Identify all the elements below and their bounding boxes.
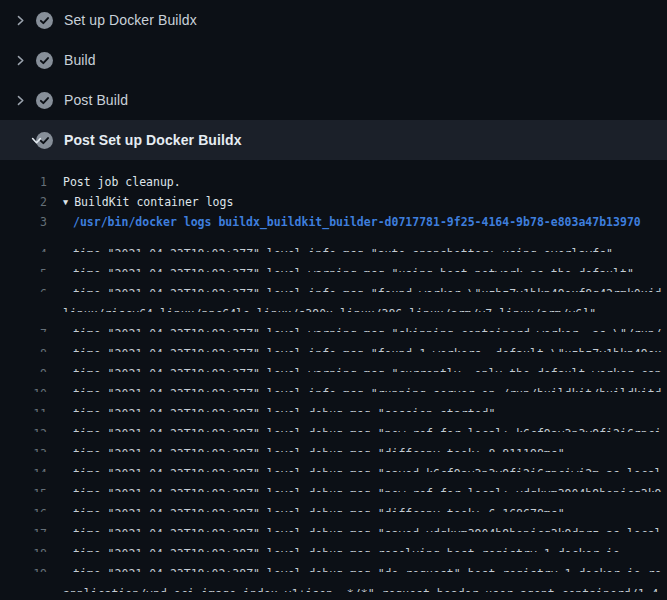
- log-line: 16time="2021-04-23T18:02:38Z" level=debu…: [0, 492, 667, 512]
- line-number[interactable]: 11: [0, 404, 47, 412]
- line-number[interactable]: 8: [0, 344, 47, 352]
- log-text: time="2021-04-23T18:02:38Z" level=debug …: [47, 424, 662, 432]
- line-number[interactable]: 14: [0, 464, 47, 472]
- step-label: Post Build: [64, 92, 128, 108]
- log-text: time="2021-04-23T18:02:37Z" level=warnin…: [47, 264, 634, 272]
- log-text: time="2021-04-23T18:02:37Z" level=info m…: [47, 284, 662, 292]
- log-text: linux/riscv64 linux/ppc64le linux/s390x …: [47, 304, 596, 312]
- step-label: Post Set up Docker Buildx: [64, 132, 242, 148]
- log-line: 7time="2021-04-23T18:02:37Z" level=warni…: [0, 312, 667, 332]
- step-row-build[interactable]: Build: [0, 40, 667, 80]
- log-text: time="2021-04-23T18:02:38Z" level=debug …: [47, 464, 662, 472]
- group-title-text: BuildKit container logs: [74, 195, 233, 209]
- log-line-continuation: application/vnd.oci.image.index.v1+json,…: [0, 572, 667, 592]
- log-line: 4time="2021-04-23T18:02:37Z" level=info …: [0, 232, 667, 252]
- step-row-set-up-docker-buildx[interactable]: Set up Docker Buildx: [0, 0, 667, 40]
- log-line: 18time="2021-04-23T18:02:38Z" level=debu…: [0, 532, 667, 552]
- log-line: 10time="2021-04-23T18:02:37Z" level=info…: [0, 372, 667, 392]
- line-number[interactable]: 3: [0, 212, 47, 232]
- log-line: 11time="2021-04-23T18:02:38Z" level=debu…: [0, 392, 667, 412]
- chevron-right-icon[interactable]: [12, 92, 28, 108]
- log-text: time="2021-04-23T18:02:38Z" level=debug …: [47, 484, 662, 492]
- log-line: 13time="2021-04-23T18:02:38Z" level=debu…: [0, 432, 667, 452]
- log-text: time="2021-04-23T18:02:37Z" level=info m…: [47, 384, 662, 392]
- line-number[interactable]: 10: [0, 384, 47, 392]
- log-line: 20time="2021-04-23T18:02:38Z" level=debu…: [0, 592, 667, 600]
- line-number[interactable]: 6: [0, 284, 47, 292]
- log-line-continuation: linux/riscv64 linux/ppc64le linux/s390x …: [0, 292, 667, 312]
- step-row-post-build[interactable]: Post Build: [0, 80, 667, 120]
- log-text: time="2021-04-23T18:02:38Z" level=debug …: [47, 564, 662, 572]
- log-line: 15time="2021-04-23T18:02:38Z" level=debu…: [0, 472, 667, 492]
- actions-log-viewer: Set up Docker Buildx Build Post Build Po…: [0, 0, 667, 600]
- log-line: 12time="2021-04-23T18:02:38Z" level=debu…: [0, 412, 667, 432]
- line-number[interactable]: 18: [0, 544, 47, 552]
- line-number[interactable]: 7: [0, 324, 47, 332]
- line-number: [0, 584, 47, 592]
- log-text: time="2021-04-23T18:02:38Z" level=debug …: [47, 544, 620, 552]
- log-line: 19time="2021-04-23T18:02:38Z" level=debu…: [0, 552, 667, 572]
- log-group-title[interactable]: ▼BuildKit container logs: [47, 192, 233, 212]
- log-line: 9time="2021-04-23T18:02:37Z" level=warni…: [0, 352, 667, 372]
- log-command-text: /usr/bin/docker logs buildx_buildkit_bui…: [47, 212, 641, 232]
- chevron-down-icon[interactable]: [12, 132, 28, 148]
- step-label: Set up Docker Buildx: [64, 12, 197, 28]
- line-number[interactable]: 12: [0, 424, 47, 432]
- group-expanded-triangle-icon[interactable]: ▼: [63, 192, 68, 212]
- chevron-right-icon[interactable]: [12, 52, 28, 68]
- log-text: time="2021-04-23T18:02:38Z" level=debug …: [47, 444, 565, 452]
- log-text: time="2021-04-23T18:02:38Z" level=debug …: [47, 504, 565, 512]
- line-number[interactable]: 17: [0, 524, 47, 532]
- log-line: 3/usr/bin/docker logs buildx_buildkit_bu…: [0, 212, 667, 232]
- log-line: 5time="2021-04-23T18:02:37Z" level=warni…: [0, 252, 667, 272]
- check-circle-icon: [36, 92, 53, 109]
- check-circle-icon: [36, 52, 53, 69]
- log-text: application/vnd.oci.image.index.v1+json,…: [47, 584, 665, 592]
- log-line: 6time="2021-04-23T18:02:37Z" level=info …: [0, 272, 667, 292]
- line-number[interactable]: 1: [0, 172, 47, 192]
- log-text: Post job cleanup.: [47, 172, 181, 192]
- step-row-post-set-up-docker-buildx[interactable]: Post Set up Docker Buildx: [0, 120, 667, 160]
- line-number[interactable]: 2: [0, 192, 47, 212]
- log-text: time="2021-04-23T18:02:38Z" level=debug …: [47, 524, 662, 532]
- log-text: time="2021-04-23T18:02:37Z" level=info m…: [47, 244, 613, 252]
- line-number[interactable]: 19: [0, 564, 47, 572]
- log-text: time="2021-04-23T18:02:38Z" level=debug …: [47, 404, 495, 412]
- chevron-right-icon[interactable]: [12, 12, 28, 28]
- log-line: 17time="2021-04-23T18:02:38Z" level=debu…: [0, 512, 667, 532]
- log-area: 1Post job cleanup.2▼BuildKit container l…: [0, 160, 667, 600]
- steps-list: Set up Docker Buildx Build Post Build Po…: [0, 0, 667, 160]
- line-number[interactable]: 5: [0, 264, 47, 272]
- log-line: 2▼BuildKit container logs: [0, 192, 667, 212]
- line-number[interactable]: 15: [0, 484, 47, 492]
- log-text: time="2021-04-23T18:02:37Z" level=warnin…: [47, 324, 662, 332]
- log-text: time="2021-04-23T18:02:37Z" level=info m…: [47, 344, 662, 352]
- step-label: Build: [64, 52, 96, 68]
- log-line: 1Post job cleanup.: [0, 172, 667, 192]
- line-number[interactable]: 9: [0, 364, 47, 372]
- check-circle-icon: [36, 12, 53, 29]
- line-number[interactable]: 4: [0, 244, 47, 252]
- log-text: time="2021-04-23T18:02:37Z" level=warnin…: [47, 364, 662, 372]
- line-number[interactable]: 13: [0, 444, 47, 452]
- line-number[interactable]: 16: [0, 504, 47, 512]
- log-line: 8time="2021-04-23T18:02:37Z" level=info …: [0, 332, 667, 352]
- log-line: 14time="2021-04-23T18:02:38Z" level=debu…: [0, 452, 667, 472]
- line-number: [0, 304, 47, 312]
